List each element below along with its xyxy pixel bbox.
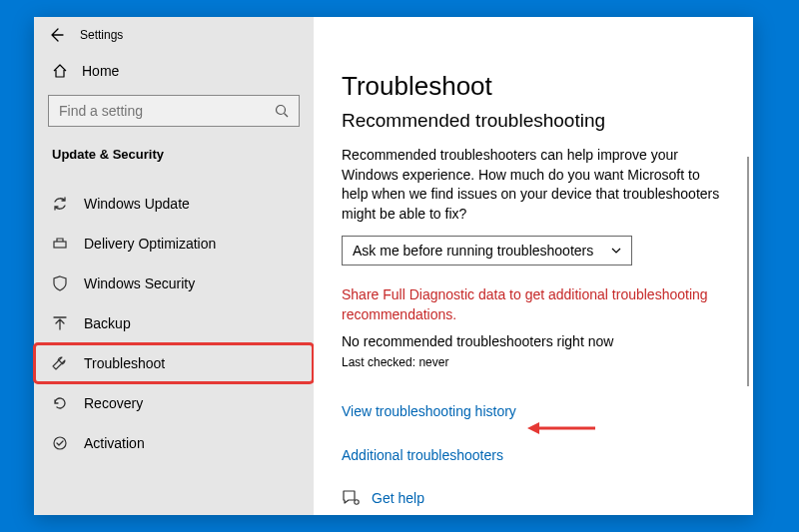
wrench-icon xyxy=(52,355,70,371)
nav-label: Troubleshoot xyxy=(84,355,165,371)
chevron-down-icon xyxy=(611,248,621,254)
search-input[interactable] xyxy=(59,103,275,119)
no-recommendations-text: No recommended troubleshooters right now xyxy=(342,333,721,349)
nav-item-troubleshoot[interactable]: Troubleshoot xyxy=(34,343,314,383)
get-help-row[interactable]: Get help xyxy=(342,489,721,507)
nav-label: Windows Security xyxy=(84,275,195,291)
content-pane: Troubleshoot Recommended troubleshooting… xyxy=(314,17,753,515)
additional-troubleshooters-link[interactable]: Additional troubleshooters xyxy=(342,447,503,463)
nav-list: Windows Update Delivery Optimization Win… xyxy=(34,176,314,463)
nav-item-delivery-optimization[interactable]: Delivery Optimization xyxy=(34,224,314,264)
svg-rect-6 xyxy=(54,242,66,248)
page-subtitle: Recommended troubleshooting xyxy=(342,110,721,132)
svg-point-7 xyxy=(54,437,66,449)
home-label: Home xyxy=(82,63,119,79)
search-icon xyxy=(275,104,289,118)
section-label: Update & Security xyxy=(34,141,314,176)
nav-item-windows-security[interactable]: Windows Security xyxy=(34,264,314,303)
diagnostic-warning: Share Full Diagnostic data to get additi… xyxy=(342,285,721,324)
home-nav-item[interactable]: Home xyxy=(34,53,314,89)
home-icon xyxy=(52,63,68,79)
backup-icon xyxy=(52,315,70,331)
help-icon xyxy=(342,489,360,507)
view-history-link[interactable]: View troubleshooting history xyxy=(342,403,516,419)
nav-item-windows-update[interactable]: Windows Update xyxy=(34,184,314,224)
nav-label: Windows Update xyxy=(84,196,190,212)
nav-label: Backup xyxy=(84,315,131,331)
troubleshoot-preference-dropdown[interactable]: Ask me before running troubleshooters xyxy=(342,236,632,266)
nav-item-recovery[interactable]: Recovery xyxy=(34,383,314,423)
svg-point-4 xyxy=(277,106,286,115)
svg-point-8 xyxy=(355,499,359,503)
back-button[interactable] xyxy=(48,27,64,43)
last-checked-text: Last checked: never xyxy=(342,355,721,369)
nav-label: Delivery Optimization xyxy=(84,236,216,252)
shield-icon xyxy=(52,275,70,291)
description-text: Recommended troubleshooters can help imp… xyxy=(342,146,721,224)
nav-label: Recovery xyxy=(84,395,143,411)
app-title: Settings xyxy=(80,28,123,42)
sync-icon xyxy=(52,196,70,212)
svg-line-5 xyxy=(285,114,289,118)
delivery-icon xyxy=(52,236,70,252)
recovery-icon xyxy=(52,395,70,411)
titlebar: Settings xyxy=(34,17,314,53)
activation-icon xyxy=(52,435,70,451)
scrollbar[interactable] xyxy=(747,157,749,386)
nav-item-activation[interactable]: Activation xyxy=(34,423,314,463)
get-help-link[interactable]: Get help xyxy=(372,490,424,506)
nav-label: Activation xyxy=(84,435,145,451)
page-title: Troubleshoot xyxy=(342,71,721,102)
nav-item-backup[interactable]: Backup xyxy=(34,303,314,343)
search-box[interactable] xyxy=(48,95,300,127)
dropdown-value: Ask me before running troubleshooters xyxy=(353,243,593,259)
left-nav-pane: Settings Home Update & Security Windows … xyxy=(34,17,314,515)
settings-window: Settings Home Update & Security Windows … xyxy=(34,17,753,515)
